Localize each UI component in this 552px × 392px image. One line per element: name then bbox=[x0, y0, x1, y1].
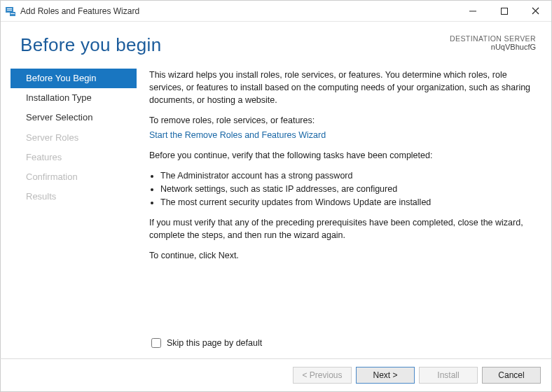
sidebar-item-confirmation: Confirmation bbox=[11, 167, 137, 187]
list-item: The Administrator account has a strong p… bbox=[160, 169, 536, 182]
verify-intro: Before you continue, verify that the fol… bbox=[149, 149, 536, 162]
window-title: Add Roles and Features Wizard bbox=[20, 6, 457, 16]
close-button[interactable] bbox=[520, 1, 551, 21]
footer-separator bbox=[0, 358, 552, 359]
list-item: Network settings, such as static IP addr… bbox=[160, 183, 536, 195]
intro-text: This wizard helps you install roles, rol… bbox=[149, 69, 536, 106]
destination-server-label: DESTINATION SERVER bbox=[450, 34, 536, 43]
svg-rect-2 bbox=[7, 10, 12, 10]
verify-close-text: If you must verify that any of the prece… bbox=[149, 216, 536, 241]
destination-server-box: DESTINATION SERVER nUqVBhucfG bbox=[450, 34, 536, 51]
continue-text: To continue, click Next. bbox=[149, 249, 536, 262]
sidebar-item-features: Features bbox=[11, 148, 137, 167]
sidebar-item-server-roles: Server Roles bbox=[11, 128, 137, 148]
skip-page-row: Skip this page by default bbox=[149, 336, 262, 350]
sidebar-item-server-selection[interactable]: Server Selection bbox=[11, 108, 137, 127]
titlebar: Add Roles and Features Wizard bbox=[1, 1, 551, 22]
next-button[interactable]: Next > bbox=[356, 367, 415, 384]
sidebar-item-results: Results bbox=[11, 187, 137, 206]
page-title: Before you begin bbox=[20, 34, 161, 56]
content-area: This wizard helps you install roles, rol… bbox=[137, 69, 536, 270]
previous-button: < Previous bbox=[293, 367, 352, 384]
install-button: Install bbox=[419, 367, 478, 384]
destination-server-name: nUqVBhucfG bbox=[450, 43, 536, 51]
svg-rect-6 bbox=[501, 8, 507, 14]
sidebar-item-installation-type[interactable]: Installation Type bbox=[11, 88, 137, 108]
server-manager-icon bbox=[5, 6, 16, 17]
skip-page-label: Skip this page by default bbox=[167, 338, 262, 348]
sidebar-item-before-you-begin[interactable]: Before You Begin bbox=[11, 69, 137, 88]
cancel-button[interactable]: Cancel bbox=[482, 367, 541, 384]
svg-line-8 bbox=[532, 8, 539, 14]
prerequisite-list: The Administrator account has a strong p… bbox=[149, 169, 536, 209]
remove-prompt: To remove roles, role services, or featu… bbox=[149, 114, 536, 127]
svg-rect-1 bbox=[7, 8, 12, 9]
svg-line-7 bbox=[532, 8, 539, 14]
svg-rect-4 bbox=[11, 13, 15, 14]
remove-roles-link[interactable]: Start the Remove Roles and Features Wiza… bbox=[149, 130, 326, 140]
header: Before you begin DESTINATION SERVER nUqV… bbox=[1, 22, 551, 63]
wizard-steps-sidebar: Before You Begin Installation Type Serve… bbox=[11, 69, 137, 270]
skip-page-checkbox[interactable] bbox=[151, 338, 161, 348]
window-controls bbox=[457, 1, 551, 21]
list-item: The most current security updates from W… bbox=[160, 196, 536, 209]
wizard-button-row: < Previous Next > Install Cancel bbox=[293, 367, 541, 384]
minimize-button[interactable] bbox=[457, 1, 488, 21]
maximize-button[interactable] bbox=[488, 1, 520, 21]
